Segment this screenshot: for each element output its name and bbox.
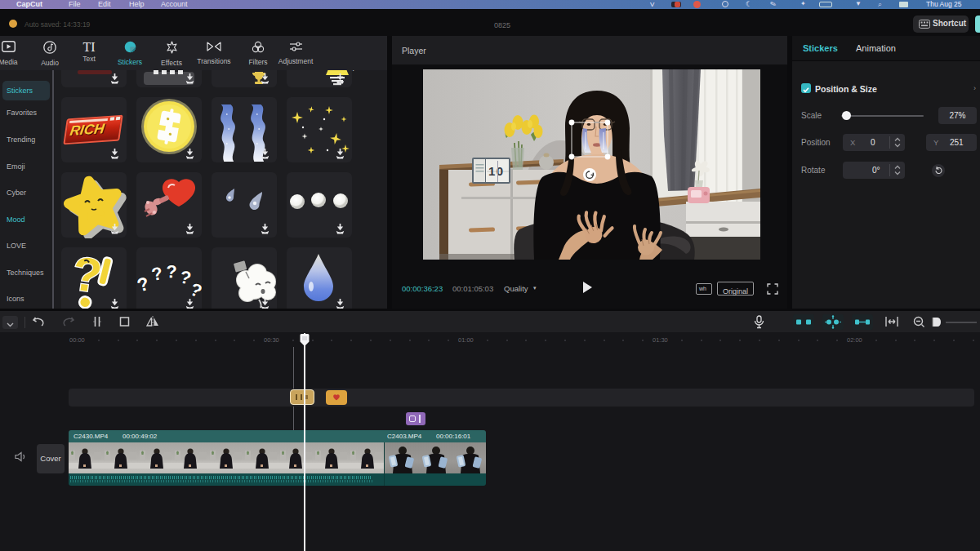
svg-text:?: ? [150, 263, 165, 285]
svg-text:?: ? [178, 266, 193, 288]
svg-text:?: ? [136, 273, 152, 296]
svg-text:10: 10 [488, 164, 505, 178]
svg-text:?: ? [166, 261, 177, 282]
